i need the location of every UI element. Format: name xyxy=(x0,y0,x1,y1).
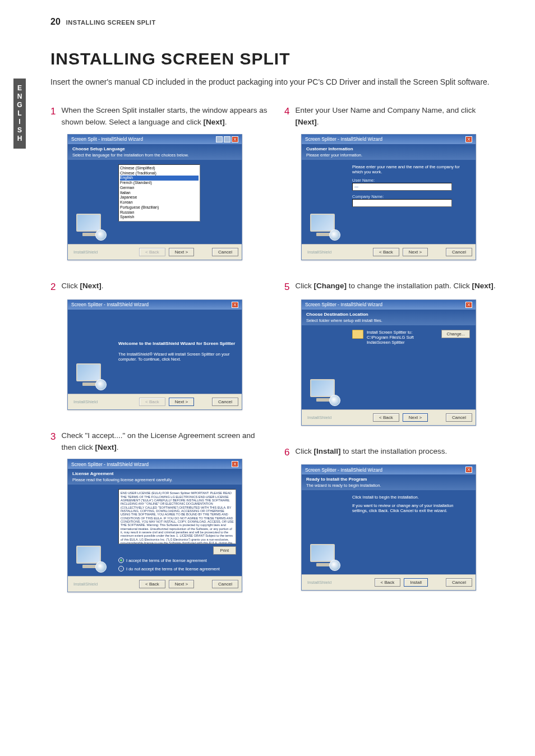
folder-icon xyxy=(352,330,363,339)
customer-prompt: Please enter your name and the name of t… xyxy=(352,164,470,174)
cancel-button[interactable]: Cancel xyxy=(212,398,238,406)
back-button[interactable]: < Back xyxy=(373,413,399,422)
sub-desc: Select the language for the installation… xyxy=(72,153,237,158)
step-4: 4 Enter your User Name and Company Name,… xyxy=(284,105,501,260)
step-number: 3 xyxy=(50,430,56,444)
step-text: Check "I accept...." on the License Agre… xyxy=(61,430,268,454)
close-icon[interactable]: X xyxy=(465,136,472,142)
header-section-title: INSTALLING SCREEN SPLIT xyxy=(66,19,156,26)
language-option[interactable]: Spanish xyxy=(120,215,199,220)
next-button[interactable]: Next > xyxy=(169,580,194,588)
step-3: 3 Check "I accept...." on the License Ag… xyxy=(50,430,268,593)
eula-textbox[interactable]: END USER LICENSE (EULA) FOR Screen Split… xyxy=(118,489,236,544)
page-title: INSTALLING SCREEN SPLIT xyxy=(50,49,501,68)
next-button[interactable]: Next > xyxy=(403,248,428,256)
language-option[interactable]: Chinese (Simplified) xyxy=(120,166,199,171)
language-option[interactable]: Portuguese (Brazilian) xyxy=(120,205,199,210)
sub-desc: The wizard is ready to begin installatio… xyxy=(306,483,471,488)
close-icon[interactable]: X xyxy=(232,461,238,467)
sub-title: Choose Setup Language xyxy=(72,146,237,151)
reject-radio[interactable]: I do not accept the terms of the license… xyxy=(118,566,236,571)
cancel-button[interactable]: Cancel xyxy=(446,578,472,587)
back-button[interactable]: < Back xyxy=(139,580,165,588)
welcome-heading: Welcome to the InstallShield Wizard for … xyxy=(118,341,236,346)
next-button[interactable]: Next > xyxy=(403,413,428,422)
brand-label: InstallShield xyxy=(305,250,331,255)
brand-label: InstallShield xyxy=(71,399,98,404)
change-button[interactable]: Change... xyxy=(441,330,470,338)
language-option[interactable]: Korean xyxy=(120,200,199,205)
radio-unselected-icon xyxy=(118,566,124,571)
language-option[interactable]: Chinese (Traditional) xyxy=(120,171,199,176)
step-text: Enter your User Name and Company Name, a… xyxy=(295,105,501,128)
wizard-side-graphic xyxy=(302,160,347,244)
step-text: Click [Change] to change the installatio… xyxy=(295,280,495,292)
cancel-button[interactable]: Cancel xyxy=(212,580,238,588)
username-input[interactable]: — xyxy=(352,183,452,191)
step-number: 5 xyxy=(284,280,289,294)
sub-desc: Select folder where setup will install f… xyxy=(306,318,471,323)
accept-radio[interactable]: I accept the terms of the license agreem… xyxy=(118,557,236,563)
sub-desc: Please read the following license agreem… xyxy=(72,477,237,482)
window-title: Screen Split - InstallShield Wizard xyxy=(71,136,143,142)
window-title: Screen Splitter - InstallShield Wizard xyxy=(305,467,382,473)
wizard-language: Screen Split - InstallShield Wizard X Ch… xyxy=(67,134,242,260)
language-option[interactable]: Italian xyxy=(120,191,199,196)
sub-title: Choose Destination Location xyxy=(306,312,471,317)
step-2: 2 Click [Next]. Screen Splitter - Instal… xyxy=(50,280,268,410)
back-button[interactable]: < Back xyxy=(375,578,401,587)
step-text: When the Screen Split installer starts, … xyxy=(61,105,268,128)
cancel-button[interactable]: Cancel xyxy=(446,248,472,256)
welcome-body: The InstallShield® Wizard will install S… xyxy=(118,352,236,362)
close-icon[interactable]: X xyxy=(465,467,472,473)
minimize-icon[interactable] xyxy=(216,136,223,142)
wizard-destination: Screen Splitter - InstallShield Wizard X… xyxy=(301,299,476,426)
radio-selected-icon xyxy=(118,557,124,563)
close-icon[interactable]: X xyxy=(232,302,238,308)
language-listbox[interactable]: Chinese (Simplified)Chinese (Traditional… xyxy=(118,164,200,222)
company-input[interactable] xyxy=(352,199,452,207)
back-button[interactable]: < Back xyxy=(139,248,165,256)
wizard-ready-install: Screen Splitter - InstallShield Wizard X… xyxy=(301,464,476,591)
wizard-welcome: Screen Splitter - InstallShield Wizard X… xyxy=(67,299,242,410)
sub-title: Ready to Install the Program xyxy=(306,477,471,482)
install-button[interactable]: Install xyxy=(404,578,428,587)
window-title: Screen Splitter - InstallShield Wizard xyxy=(305,136,382,142)
next-button[interactable]: Next > xyxy=(169,398,194,406)
next-button[interactable]: Next > xyxy=(169,248,194,256)
language-option[interactable]: Japanese xyxy=(120,195,199,200)
language-option[interactable]: French (Standard) xyxy=(120,181,199,186)
language-option[interactable]: Russian xyxy=(120,210,199,215)
language-option[interactable]: German xyxy=(120,186,199,191)
ready-line2: If you want to review or change any of y… xyxy=(352,503,470,513)
cancel-button[interactable]: Cancel xyxy=(212,248,238,256)
sub-title: Customer Information xyxy=(306,146,471,151)
wizard-side-graphic xyxy=(68,485,113,576)
running-header: 20 INSTALLING SCREEN SPLIT xyxy=(50,17,501,27)
wizard-side-graphic xyxy=(302,490,347,574)
cancel-button[interactable]: Cancel xyxy=(446,413,472,422)
back-button[interactable]: < Back xyxy=(139,398,165,406)
close-icon[interactable]: X xyxy=(232,136,238,142)
page-number: 20 xyxy=(50,17,61,27)
wizard-side-graphic xyxy=(302,325,347,409)
back-button[interactable]: < Back xyxy=(373,248,399,256)
ready-line1: Click Install to begin the installation. xyxy=(352,495,470,500)
brand-label: InstallShield xyxy=(71,250,98,255)
step-number: 2 xyxy=(50,280,56,294)
step-text: Click [Next]. xyxy=(61,280,103,292)
step-number: 1 xyxy=(50,105,56,118)
sub-title: License Agreement xyxy=(72,471,237,476)
step-number: 4 xyxy=(284,105,289,118)
window-title: Screen Splitter - InstallShield Wizard xyxy=(305,302,382,307)
close-icon[interactable]: X xyxy=(465,302,472,308)
brand-label: InstallShield xyxy=(71,582,98,587)
print-button[interactable]: Print xyxy=(213,546,236,555)
window-title: Screen Splitter - InstallShield Wizard xyxy=(71,302,149,307)
wizard-license: Screen Splitter - InstallShield Wizard X… xyxy=(67,459,242,592)
maximize-icon[interactable] xyxy=(224,136,230,142)
wizard-side-graphic xyxy=(68,310,113,394)
sub-desc: Please enter your information. xyxy=(306,153,471,158)
step-5: 5 Click [Change] to change the installat… xyxy=(284,280,501,426)
language-option[interactable]: English xyxy=(120,176,199,181)
